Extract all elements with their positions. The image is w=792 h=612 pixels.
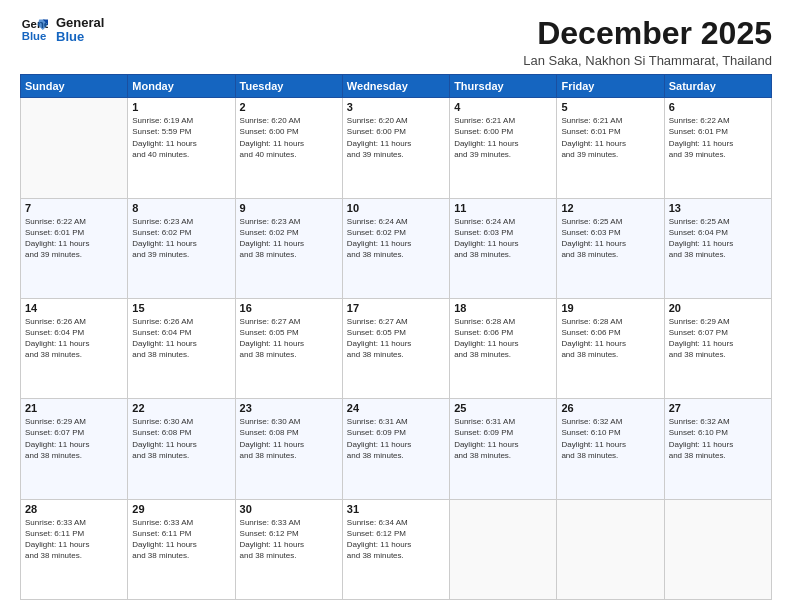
day-number: 21 (25, 402, 123, 414)
day-info: Sunrise: 6:31 AM Sunset: 6:09 PM Dayligh… (347, 416, 445, 461)
calendar-day-6: 6Sunrise: 6:22 AM Sunset: 6:01 PM Daylig… (664, 98, 771, 198)
day-info: Sunrise: 6:19 AM Sunset: 5:59 PM Dayligh… (132, 115, 230, 160)
day-info: Sunrise: 6:26 AM Sunset: 6:04 PM Dayligh… (25, 316, 123, 361)
calendar-day-17: 17Sunrise: 6:27 AM Sunset: 6:05 PM Dayli… (342, 298, 449, 398)
day-number: 30 (240, 503, 338, 515)
calendar-day-27: 27Sunrise: 6:32 AM Sunset: 6:10 PM Dayli… (664, 399, 771, 499)
day-info: Sunrise: 6:33 AM Sunset: 6:11 PM Dayligh… (132, 517, 230, 562)
day-number: 13 (669, 202, 767, 214)
calendar-day-20: 20Sunrise: 6:29 AM Sunset: 6:07 PM Dayli… (664, 298, 771, 398)
day-info: Sunrise: 6:25 AM Sunset: 6:03 PM Dayligh… (561, 216, 659, 261)
logo-general: General (56, 16, 104, 30)
calendar-day-4: 4Sunrise: 6:21 AM Sunset: 6:00 PM Daylig… (450, 98, 557, 198)
calendar-week-row: 14Sunrise: 6:26 AM Sunset: 6:04 PM Dayli… (21, 298, 772, 398)
day-number: 18 (454, 302, 552, 314)
day-number: 28 (25, 503, 123, 515)
day-number: 10 (347, 202, 445, 214)
calendar-day-26: 26Sunrise: 6:32 AM Sunset: 6:10 PM Dayli… (557, 399, 664, 499)
day-number: 7 (25, 202, 123, 214)
header: General Blue General Blue December 2025 … (20, 16, 772, 68)
calendar-day-31: 31Sunrise: 6:34 AM Sunset: 6:12 PM Dayli… (342, 499, 449, 599)
col-header-thursday: Thursday (450, 75, 557, 98)
calendar-day-2: 2Sunrise: 6:20 AM Sunset: 6:00 PM Daylig… (235, 98, 342, 198)
day-number: 23 (240, 402, 338, 414)
day-number: 1 (132, 101, 230, 113)
empty-cell (664, 499, 771, 599)
calendar-day-3: 3Sunrise: 6:20 AM Sunset: 6:00 PM Daylig… (342, 98, 449, 198)
day-info: Sunrise: 6:32 AM Sunset: 6:10 PM Dayligh… (669, 416, 767, 461)
empty-cell (557, 499, 664, 599)
day-number: 3 (347, 101, 445, 113)
title-block: December 2025 Lan Saka, Nakhon Si Thamma… (523, 16, 772, 68)
calendar-day-18: 18Sunrise: 6:28 AM Sunset: 6:06 PM Dayli… (450, 298, 557, 398)
day-number: 27 (669, 402, 767, 414)
day-number: 9 (240, 202, 338, 214)
day-number: 24 (347, 402, 445, 414)
day-number: 25 (454, 402, 552, 414)
col-header-sunday: Sunday (21, 75, 128, 98)
calendar-day-1: 1Sunrise: 6:19 AM Sunset: 5:59 PM Daylig… (128, 98, 235, 198)
calendar-week-row: 28Sunrise: 6:33 AM Sunset: 6:11 PM Dayli… (21, 499, 772, 599)
day-info: Sunrise: 6:33 AM Sunset: 6:12 PM Dayligh… (240, 517, 338, 562)
location: Lan Saka, Nakhon Si Thammarat, Thailand (523, 53, 772, 68)
day-number: 15 (132, 302, 230, 314)
day-info: Sunrise: 6:29 AM Sunset: 6:07 PM Dayligh… (25, 416, 123, 461)
day-number: 16 (240, 302, 338, 314)
calendar-day-9: 9Sunrise: 6:23 AM Sunset: 6:02 PM Daylig… (235, 198, 342, 298)
day-number: 5 (561, 101, 659, 113)
day-number: 29 (132, 503, 230, 515)
day-info: Sunrise: 6:24 AM Sunset: 6:02 PM Dayligh… (347, 216, 445, 261)
calendar-header-row: SundayMondayTuesdayWednesdayThursdayFrid… (21, 75, 772, 98)
day-info: Sunrise: 6:27 AM Sunset: 6:05 PM Dayligh… (347, 316, 445, 361)
day-number: 14 (25, 302, 123, 314)
day-info: Sunrise: 6:23 AM Sunset: 6:02 PM Dayligh… (240, 216, 338, 261)
month-title: December 2025 (523, 16, 772, 51)
day-number: 2 (240, 101, 338, 113)
calendar-week-row: 7Sunrise: 6:22 AM Sunset: 6:01 PM Daylig… (21, 198, 772, 298)
col-header-monday: Monday (128, 75, 235, 98)
calendar-day-13: 13Sunrise: 6:25 AM Sunset: 6:04 PM Dayli… (664, 198, 771, 298)
logo: General Blue General Blue (20, 16, 104, 45)
day-info: Sunrise: 6:29 AM Sunset: 6:07 PM Dayligh… (669, 316, 767, 361)
col-header-tuesday: Tuesday (235, 75, 342, 98)
calendar-day-12: 12Sunrise: 6:25 AM Sunset: 6:03 PM Dayli… (557, 198, 664, 298)
day-info: Sunrise: 6:21 AM Sunset: 6:01 PM Dayligh… (561, 115, 659, 160)
day-info: Sunrise: 6:20 AM Sunset: 6:00 PM Dayligh… (347, 115, 445, 160)
day-info: Sunrise: 6:22 AM Sunset: 6:01 PM Dayligh… (25, 216, 123, 261)
day-info: Sunrise: 6:26 AM Sunset: 6:04 PM Dayligh… (132, 316, 230, 361)
day-info: Sunrise: 6:20 AM Sunset: 6:00 PM Dayligh… (240, 115, 338, 160)
calendar-day-22: 22Sunrise: 6:30 AM Sunset: 6:08 PM Dayli… (128, 399, 235, 499)
calendar-day-24: 24Sunrise: 6:31 AM Sunset: 6:09 PM Dayli… (342, 399, 449, 499)
day-number: 4 (454, 101, 552, 113)
day-number: 17 (347, 302, 445, 314)
day-info: Sunrise: 6:21 AM Sunset: 6:00 PM Dayligh… (454, 115, 552, 160)
day-info: Sunrise: 6:32 AM Sunset: 6:10 PM Dayligh… (561, 416, 659, 461)
day-number: 11 (454, 202, 552, 214)
empty-cell (21, 98, 128, 198)
day-number: 6 (669, 101, 767, 113)
calendar-day-30: 30Sunrise: 6:33 AM Sunset: 6:12 PM Dayli… (235, 499, 342, 599)
day-number: 20 (669, 302, 767, 314)
day-number: 22 (132, 402, 230, 414)
calendar-day-8: 8Sunrise: 6:23 AM Sunset: 6:02 PM Daylig… (128, 198, 235, 298)
col-header-saturday: Saturday (664, 75, 771, 98)
day-info: Sunrise: 6:34 AM Sunset: 6:12 PM Dayligh… (347, 517, 445, 562)
calendar-week-row: 21Sunrise: 6:29 AM Sunset: 6:07 PM Dayli… (21, 399, 772, 499)
day-info: Sunrise: 6:27 AM Sunset: 6:05 PM Dayligh… (240, 316, 338, 361)
logo-icon: General Blue (20, 16, 48, 44)
calendar-table: SundayMondayTuesdayWednesdayThursdayFrid… (20, 74, 772, 600)
calendar-day-16: 16Sunrise: 6:27 AM Sunset: 6:05 PM Dayli… (235, 298, 342, 398)
calendar-week-row: 1Sunrise: 6:19 AM Sunset: 5:59 PM Daylig… (21, 98, 772, 198)
day-number: 12 (561, 202, 659, 214)
empty-cell (450, 499, 557, 599)
calendar-day-28: 28Sunrise: 6:33 AM Sunset: 6:11 PM Dayli… (21, 499, 128, 599)
day-number: 19 (561, 302, 659, 314)
calendar-day-5: 5Sunrise: 6:21 AM Sunset: 6:01 PM Daylig… (557, 98, 664, 198)
day-info: Sunrise: 6:30 AM Sunset: 6:08 PM Dayligh… (240, 416, 338, 461)
calendar-day-21: 21Sunrise: 6:29 AM Sunset: 6:07 PM Dayli… (21, 399, 128, 499)
day-info: Sunrise: 6:22 AM Sunset: 6:01 PM Dayligh… (669, 115, 767, 160)
day-info: Sunrise: 6:28 AM Sunset: 6:06 PM Dayligh… (561, 316, 659, 361)
logo-blue: Blue (56, 30, 104, 44)
day-info: Sunrise: 6:24 AM Sunset: 6:03 PM Dayligh… (454, 216, 552, 261)
calendar-day-11: 11Sunrise: 6:24 AM Sunset: 6:03 PM Dayli… (450, 198, 557, 298)
